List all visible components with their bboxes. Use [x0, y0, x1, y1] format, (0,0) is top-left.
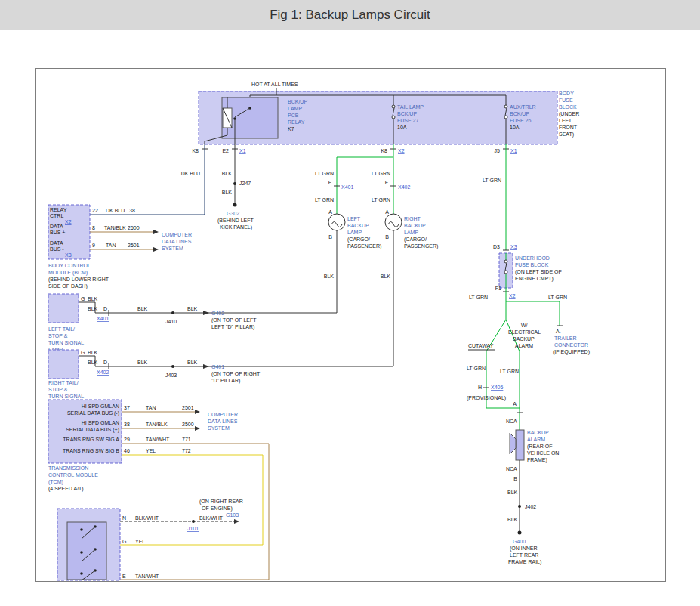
connector-x401-link[interactable]: X401 — [97, 316, 109, 321]
connector-x3-link[interactable]: X3 — [510, 244, 517, 249]
dataline-arrow — [195, 410, 200, 414]
tcm-pin-label: HI SPD GMLAN — [82, 403, 119, 409]
wire-blk-left-ground-run — [79, 302, 337, 313]
wire-color-label: LT GRN — [372, 197, 390, 203]
connector-x402-link[interactable]: X402 — [398, 184, 410, 190]
relay-label: RELAY — [288, 119, 305, 125]
trailer-connector-name: TRAILER — [554, 335, 577, 341]
splice-j402-dot — [518, 505, 521, 508]
circuit-number: 2500 — [128, 225, 140, 230]
wire-blk-right-ground-run — [79, 356, 393, 366]
tcm-note: (4 SPEED A/T) — [48, 486, 84, 492]
pin-g-label: G — [122, 539, 126, 544]
pin-d-label: D — [103, 360, 107, 365]
backup-alarm-location: (REAR OF — [527, 444, 552, 450]
option-w-alarm-label: ELECTRICAL — [508, 329, 541, 335]
wire-color-label: LT GRN — [469, 295, 488, 300]
underhood-fuse-symbol — [504, 271, 507, 274]
fuse27-rating: 10A — [397, 125, 407, 130]
bcm-location: SIDE OF DASH) — [48, 283, 88, 289]
pin-n-label: N — [122, 515, 126, 521]
connector-x1-link[interactable]: X1 — [239, 148, 246, 153]
wire-color-label: BLK — [187, 306, 198, 311]
left-lamp-note: PASSENGER) — [347, 243, 381, 249]
terminal-k8: K8 — [192, 148, 199, 153]
splice-j403-dot — [171, 365, 174, 368]
nca-label: NCA — [506, 419, 517, 424]
wire-color-label: BLK — [137, 360, 148, 365]
splice-j101-dot — [192, 520, 195, 523]
connector-x1-link[interactable]: X1 — [510, 148, 517, 153]
ground-g400-dot — [518, 531, 522, 535]
ground-g402-location: (ON TOP OF LEFT — [211, 317, 257, 323]
pin-a-label: A — [385, 209, 389, 215]
wire-color-label: TAN/BLK — [104, 225, 126, 230]
connector-x401-link[interactable]: X401 — [341, 184, 353, 190]
circuit-number: 2500 — [182, 422, 194, 427]
connector-x3-link[interactable]: X3 — [65, 252, 72, 258]
bcm-pin-number: 8 — [92, 225, 95, 230]
connector-x2-link[interactable]: X2 — [65, 219, 72, 224]
wire-color-label: BLK — [88, 350, 98, 355]
bcm-pin-number: 22 — [92, 208, 98, 213]
pin-e-label: E — [122, 574, 126, 579]
pin-b-label: B — [328, 234, 332, 240]
pin-f-label: F — [328, 180, 331, 185]
wire-color-label: TAN/WHT — [146, 437, 170, 442]
ground-g103-location: OF ENGINE) — [202, 506, 233, 512]
backup-alarm-name: BACKUP — [527, 430, 549, 435]
ground-g400-location: (ON INNER — [510, 546, 538, 552]
connector-x2-link[interactable]: X2 — [398, 148, 405, 153]
connector-x2-link[interactable]: X2 — [509, 293, 516, 298]
pin-d3-label: D3 — [493, 244, 500, 249]
right-tail-name: STOP & — [48, 387, 68, 392]
pin-f-label: F — [385, 180, 388, 185]
bcm-pin-label: BUS - — [50, 246, 64, 252]
datalines-ref: COMPUTER — [208, 412, 238, 417]
option-cutaway-label: CUTAWAY — [468, 343, 494, 348]
terminal-j5: J5 — [495, 148, 501, 153]
wire-color-label: LT GRN — [548, 295, 567, 300]
fuse26-symbol — [504, 116, 507, 119]
bcm-location: (BEHIND LOWER RIGHT — [48, 277, 109, 283]
wire-color-label: BLK — [324, 274, 335, 279]
connector-x405-link[interactable]: X405 — [491, 385, 503, 390]
trailer-connector-name: CONNECTOR — [554, 342, 588, 348]
fuse-block-location: SEAT) — [559, 131, 574, 138]
left-tail-name: TURN SIGNAL — [48, 340, 84, 345]
tcm-pin-label: HI SPD GMLAN — [82, 420, 119, 425]
left-lamp-name: LEFT — [347, 216, 361, 221]
wire-tanwht-sig-a — [120, 444, 269, 580]
fuse26-label: FUSE 26 — [510, 118, 532, 123]
backup-lamps-schematic: HOT AT ALL TIMES BCK/UP LAMP PCB RELAY K… — [36, 69, 665, 581]
fuse-block-name: BODY — [559, 91, 574, 96]
underhood-fuse-symbol — [504, 260, 507, 263]
wire-color-label: TAN — [106, 243, 116, 248]
title-bar: Fig 1: Backup Lamps Circuit — [0, 0, 700, 30]
ground-g302-location: (BEHIND LEFT — [217, 218, 254, 224]
connector-x402-link[interactable]: X402 — [97, 369, 109, 375]
pin-g-label: G — [81, 350, 85, 355]
splice-j410-dot — [171, 311, 174, 314]
right-lamp-name: LAMP — [404, 230, 418, 235]
fuse26-symbol — [504, 105, 507, 108]
switch-contact-dot — [80, 572, 83, 575]
splice-j402-label: J402 — [525, 504, 536, 509]
fuse-block-name: FUSE — [559, 97, 573, 103]
circuit-number: 38 — [129, 208, 135, 213]
fuse26-label: BCK/UP — [510, 111, 529, 116]
fuse26-label: AUX/TRLR — [510, 104, 536, 110]
underhood-location: (ON LEFT SIDE OF — [515, 269, 562, 275]
fuse27-label: BCK/UP — [397, 111, 417, 116]
wire-color-label: LT GRN — [467, 366, 486, 371]
ground-g402-location: LEFT "D" PILLAR) — [211, 324, 254, 330]
wire-color-label: BLK — [88, 360, 98, 365]
splice-j101-link[interactable]: J101 — [187, 526, 199, 531]
backup-alarm-symbol — [516, 430, 524, 460]
backup-alarm-location: VEHICLE ON — [527, 450, 559, 456]
ground-g401-label: G401 — [211, 364, 224, 369]
wire-color-label: LT GRN — [315, 171, 334, 176]
fuse27-label: TAIL LAMP — [397, 104, 424, 110]
wire-color-label: BLK — [137, 306, 148, 311]
fuse27-symbol — [392, 105, 395, 108]
